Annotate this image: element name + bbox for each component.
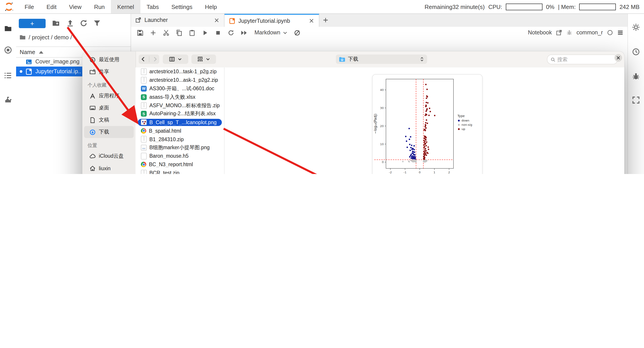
stop-icon[interactable] — [215, 29, 222, 36]
jupyter-logo-icon — [4, 2, 14, 12]
svg-text:-2: -2 — [389, 171, 392, 174]
hamburger-menu-icon[interactable] — [617, 29, 624, 36]
finder-file-row[interactable]: B细胞marker小提琴图.png — [136, 143, 224, 152]
menu-edit[interactable]: Edit — [40, 0, 63, 13]
close-tab-icon[interactable] — [214, 17, 220, 23]
group-by-button[interactable] — [192, 54, 216, 64]
kernel-name[interactable]: common_r — [576, 29, 603, 36]
dialog-close-button[interactable] — [614, 54, 622, 62]
macos-open-dialog: 最近使用共享个人收藏应用程序桌面文稿下载位置iCloud云盘liuxin标签红色… — [82, 51, 624, 174]
sidebar-item-liuxin[interactable]: liuxin — [84, 162, 134, 174]
finder-file-pill: arctestrice10...task-1_p2g.zip — [138, 68, 222, 75]
build-tools-icon[interactable] — [632, 23, 640, 31]
finder-preview-pane: -2-1012010203040Typedownnon-siguplog₂(Fo… — [224, 67, 624, 174]
menu-file[interactable]: File — [18, 0, 40, 13]
file-name: JupyterTutorial.ip.. — [35, 68, 81, 75]
chevron-down-icon — [206, 56, 210, 62]
upload-icon[interactable] — [66, 19, 74, 27]
menu-kernel[interactable]: Kernel — [111, 0, 140, 13]
filter-icon[interactable] — [93, 19, 101, 27]
sidebar-item-iCloud云盘[interactable]: iCloud云盘 — [84, 150, 134, 162]
sidebar-item-桌面[interactable]: 桌面 — [84, 102, 134, 114]
new-tab-button[interactable] — [319, 13, 332, 27]
close-tab-icon[interactable] — [308, 18, 314, 24]
fastforward-icon[interactable] — [240, 29, 247, 36]
menu-help[interactable]: Help — [198, 0, 223, 13]
finder-file-row[interactable]: Baron_mouse.h5 — [136, 152, 224, 160]
running-sessions-icon[interactable] — [4, 46, 12, 54]
finder-file-row[interactable]: ASFV_MONO...析标准报告.zip — [136, 101, 224, 110]
file-browser-icon[interactable] — [4, 24, 12, 33]
menu-settings[interactable]: Settings — [165, 0, 198, 13]
menu-tabs[interactable]: Tabs — [140, 0, 165, 13]
finder-file-name: AS300-开箱、...试-0601.doc — [149, 85, 222, 92]
search-input[interactable]: 搜索 — [547, 54, 618, 64]
debugger-bug-icon[interactable] — [566, 29, 572, 36]
sidebar-item-文稿[interactable]: 文稿 — [84, 114, 134, 126]
finder-file-row[interactable]: SAutoPairing-2...结果列表.xlsx — [136, 110, 224, 118]
mem-meter — [579, 3, 616, 10]
svg-text:40: 40 — [380, 88, 384, 92]
finder-file-name: arctestrice10...task-1_p2g.zip — [149, 69, 222, 74]
notebook-file-icon — [26, 68, 32, 75]
sidebar-item-label: iCloud云盘 — [99, 153, 124, 160]
back-icon[interactable] — [140, 56, 146, 62]
cell-type-dropdown[interactable]: Markdown — [254, 29, 287, 36]
menu-run[interactable]: Run — [88, 0, 111, 13]
refresh-icon[interactable] — [80, 19, 88, 27]
add-icon[interactable] — [150, 29, 156, 36]
file-name: Cover_image.png — [35, 58, 80, 65]
tab-notebook[interactable]: JupyterTutorial.ipynb — [224, 13, 319, 27]
location-dropdown[interactable]: 下载 — [336, 54, 427, 64]
sidebar-item-共享[interactable]: 共享 — [84, 66, 134, 78]
finder-file-name: ASFV_MONO...析标准报告.zip — [149, 102, 222, 109]
finder-file-pill: B细胞marker小提琴图.png — [138, 144, 222, 151]
finder-sidebar: 最近使用共享个人收藏应用程序桌面文稿下载位置iCloud云盘liuxin标签红色… — [82, 51, 136, 174]
remaining-time: Remaining32 minute(s) — [425, 3, 485, 10]
toolbar-right: Notebook common_r — [528, 29, 628, 36]
finder-file-row[interactable]: B_Cell_sp_T_...lcanoplot.png — [136, 118, 224, 127]
table-of-contents-icon[interactable] — [4, 71, 12, 80]
home-folder-icon[interactable] — [19, 34, 26, 41]
finder-file-row[interactable]: BCR_test.zip — [136, 169, 224, 174]
svg-text:30: 30 — [380, 106, 384, 110]
run-icon[interactable] — [202, 29, 208, 36]
extensions-icon[interactable] — [4, 96, 12, 104]
session-clock-icon[interactable] — [632, 48, 640, 56]
sidebar-item-最近使用[interactable]: 最近使用 — [84, 54, 134, 66]
sidebar-item-应用程序[interactable]: 应用程序 — [84, 90, 134, 102]
sort-ascending-icon — [39, 51, 43, 53]
sidebar-item-label: 文稿 — [99, 117, 109, 123]
restart-icon[interactable] — [228, 29, 234, 36]
breadcrumb[interactable]: / project / demo / — [19, 34, 72, 41]
new-folder-icon[interactable] — [52, 19, 60, 27]
cut-icon[interactable] — [163, 29, 170, 36]
kernel-activity-icon[interactable] — [294, 29, 300, 36]
paste-icon[interactable] — [189, 29, 196, 36]
copy-icon[interactable] — [176, 29, 182, 36]
volcano-plot: -2-1012010203040Typedownnon-siguplog₂(Fo… — [372, 75, 481, 174]
finder-file-name: AutoPairing-2...结果列表.xlsx — [149, 111, 222, 117]
new-launcher-button[interactable]: + — [19, 19, 46, 28]
finder-file-name: arctestrice10...ask-1_p2g2.zip — [149, 77, 222, 83]
forward-icon[interactable] — [152, 56, 158, 62]
tab-launcher[interactable]: Launcher — [130, 13, 224, 27]
sidebar-item-下载[interactable]: 下载 — [84, 126, 134, 138]
finder-file-row[interactable]: BC_N3_report.html — [136, 160, 224, 169]
svg-text:2: 2 — [448, 171, 450, 174]
finder-file-row[interactable]: arctestrice10...task-1_p2g.zip — [136, 67, 224, 76]
debugger-icon[interactable] — [632, 72, 640, 80]
finder-file-row[interactable]: arctestrice10...ask-1_p2g2.zip — [136, 76, 224, 84]
open-external-icon[interactable] — [556, 29, 562, 36]
svg-text:non-sig: non-sig — [462, 123, 472, 126]
breadcrumb-path: / project / demo / — [28, 34, 72, 41]
nav-back-forward[interactable] — [139, 54, 159, 64]
finder-file-row[interactable]: Sasass-导入失败.xlsx — [136, 93, 224, 101]
view-mode-button[interactable] — [163, 54, 188, 64]
menu-view[interactable]: View — [63, 0, 88, 13]
finder-file-row[interactable]: B_spatial.html — [136, 126, 224, 135]
finder-file-row[interactable]: WAS300-开箱、...试-0601.doc — [136, 84, 224, 93]
finder-file-row[interactable]: B1_284310.zip — [136, 135, 224, 143]
save-icon[interactable] — [137, 29, 144, 36]
expand-icon[interactable] — [632, 96, 640, 104]
